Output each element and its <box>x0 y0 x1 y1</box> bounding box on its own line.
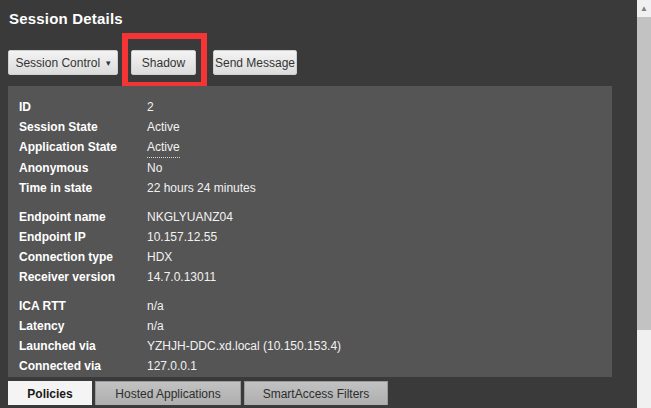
detail-label: Time in state <box>19 178 147 198</box>
detail-label: Endpoint name <box>19 207 147 227</box>
detail-value: No <box>147 158 162 178</box>
detail-value: YZHJH-DDC.xd.local (10.150.153.4) <box>147 336 341 356</box>
detail-value: n/a <box>147 296 164 316</box>
detail-label: Latency <box>19 316 147 336</box>
scrollbar-up-arrow-icon[interactable]: ▲ <box>637 0 651 17</box>
detail-value: 22 hours 24 minutes <box>147 178 256 198</box>
shadow-button[interactable]: Shadow <box>131 50 196 75</box>
detail-row-connection-type: Connection type HDX <box>19 247 612 267</box>
session-control-label: Session Control <box>15 56 100 70</box>
detail-label: Receiver version <box>19 267 147 287</box>
detail-row-endpoint-name: Endpoint name NKGLYUANZ04 <box>19 207 612 227</box>
scrollbar-thumb[interactable] <box>637 17 651 330</box>
detail-label: Connected via <box>19 356 147 376</box>
tab-hosted-applications[interactable]: Hosted Applications <box>95 381 241 405</box>
endpoint-group: Endpoint name NKGLYUANZ04 Endpoint IP 10… <box>19 207 612 287</box>
detail-row-connected-via: Connected via 127.0.0.1 <box>19 356 612 376</box>
connection-group: ICA RTT n/a Latency n/a Launched via YZH… <box>19 296 612 376</box>
vertical-scrollbar[interactable]: ▲ <box>637 0 651 408</box>
detail-value: 10.157.12.55 <box>147 227 217 247</box>
bottom-tab-bar: Policies Hosted Applications SmartAccess… <box>8 381 391 405</box>
page-title: Session Details <box>9 10 123 27</box>
session-control-button[interactable]: Session Control ▾ <box>8 50 118 75</box>
detail-label: Connection type <box>19 247 147 267</box>
detail-label: ID <box>19 97 147 117</box>
detail-row-session-state: Session State Active <box>19 117 612 137</box>
tab-label: Policies <box>27 387 72 401</box>
detail-value: Active <box>147 117 180 137</box>
detail-label: Anonymous <box>19 158 147 178</box>
detail-row-endpoint-ip: Endpoint IP 10.157.12.55 <box>19 227 612 247</box>
chevron-down-icon: ▾ <box>106 58 111 68</box>
tab-label: SmartAccess Filters <box>263 387 370 401</box>
detail-row-application-state: Application State Active <box>19 137 612 158</box>
shadow-label: Shadow <box>142 56 185 70</box>
detail-value: 2 <box>147 97 154 117</box>
detail-label: Session State <box>19 117 147 137</box>
detail-label: Endpoint IP <box>19 227 147 247</box>
detail-value: HDX <box>147 247 172 267</box>
send-message-button[interactable]: Send Message <box>213 50 297 75</box>
detail-label: ICA RTT <box>19 296 147 316</box>
detail-label: Application State <box>19 137 147 158</box>
detail-value: n/a <box>147 316 164 336</box>
session-state-group: ID 2 Session State Active Application St… <box>19 97 612 198</box>
detail-value: 127.0.0.1 <box>147 356 197 376</box>
detail-row-anonymous: Anonymous No <box>19 158 612 178</box>
detail-row-latency: Latency n/a <box>19 316 612 336</box>
detail-row-ica-rtt: ICA RTT n/a <box>19 296 612 316</box>
tab-smartaccess-filters[interactable]: SmartAccess Filters <box>244 381 388 405</box>
tab-policies[interactable]: Policies <box>8 381 92 405</box>
detail-row-time-in-state: Time in state 22 hours 24 minutes <box>19 178 612 198</box>
tab-label: Hosted Applications <box>115 387 220 401</box>
detail-value: 14.7.0.13011 <box>147 267 216 287</box>
send-message-label: Send Message <box>215 56 295 70</box>
application-state-value-tooltip-link[interactable]: Active <box>147 137 180 158</box>
detail-row-id: ID 2 <box>19 97 612 117</box>
detail-value: NKGLYUANZ04 <box>147 207 233 227</box>
detail-row-launched-via: Launched via YZHJH-DDC.xd.local (10.150.… <box>19 336 612 356</box>
detail-label: Launched via <box>19 336 147 356</box>
session-details-page: { "page": { "title": "Session Details" }… <box>0 0 651 408</box>
session-details-panel: ID 2 Session State Active Application St… <box>8 86 612 377</box>
detail-row-receiver-version: Receiver version 14.7.0.13011 <box>19 267 612 287</box>
